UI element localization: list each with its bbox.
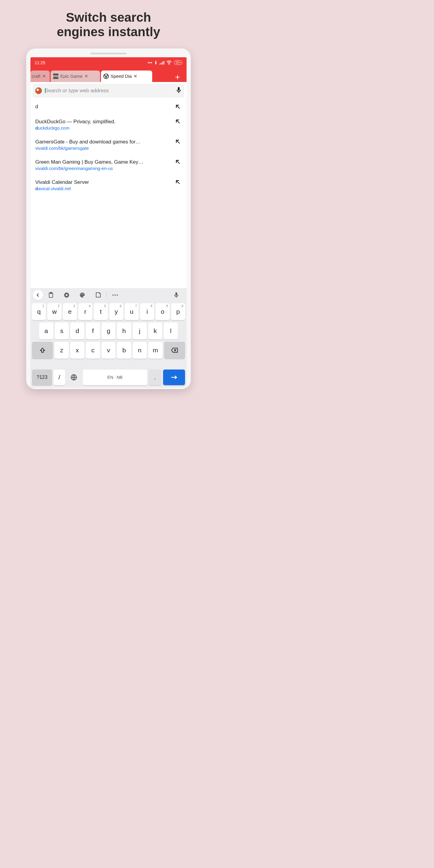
suggestion-title: Green Man Gaming | Buy Games, Game Key… (35, 159, 174, 165)
key-i[interactable]: i8 (140, 303, 154, 320)
svg-point-17 (117, 294, 118, 296)
insert-arrow-icon[interactable] (174, 104, 182, 110)
key-z[interactable]: z (55, 342, 69, 359)
enter-key[interactable] (163, 370, 185, 385)
suggestion-item[interactable]: GamersGate - Buy and download games for…… (30, 135, 187, 155)
keyboard-row-3: z x c v b n m (32, 342, 185, 359)
key-n[interactable]: n (133, 342, 147, 359)
status-time: 11:25 (35, 60, 45, 65)
key-t[interactable]: t5 (94, 303, 107, 320)
on-screen-keyboard: q1 w2 e3 r4 t5 y6 u7 i8 o9 p0 a s d f g (30, 288, 187, 388)
suggestion-list: d DuckDuckGo — Privacy, simplified. duck… (30, 98, 187, 288)
headline-line1: Switch search (0, 10, 217, 25)
suggestion-url: duckduckgo.com (35, 125, 174, 130)
key-j[interactable]: j (133, 322, 147, 339)
svg-point-14 (83, 293, 84, 294)
key-y[interactable]: y6 (110, 303, 123, 320)
keyboard-toolbar (30, 288, 187, 302)
tab-label: Epic Game (60, 73, 83, 79)
suggestion-item[interactable]: Vivaldi Calendar Server davical.vivaldi.… (30, 175, 187, 195)
insert-arrow-icon[interactable] (174, 139, 182, 144)
wifi-icon (166, 61, 172, 64)
svg-point-5 (169, 64, 169, 64)
suggestion-query[interactable]: d (30, 99, 187, 115)
cellular-icon (159, 61, 164, 64)
more-icon[interactable] (107, 294, 123, 296)
vivaldi-icon (103, 73, 109, 79)
key-r[interactable]: r4 (79, 303, 92, 320)
close-icon[interactable]: ✕ (84, 73, 88, 79)
tab-strip: craft ✕ EPIC Epic Game ✕ Speed Dia ✕ + (30, 68, 187, 82)
key-c[interactable]: c (86, 342, 100, 359)
svg-point-15 (113, 294, 114, 296)
globe-key[interactable] (67, 370, 82, 385)
suggestion-item[interactable]: Green Man Gaming | Buy Games, Game Key… … (30, 155, 187, 175)
key-u[interactable]: u7 (125, 303, 138, 320)
suggestion-item[interactable]: DuckDuckGo — Privacy, simplified. duckdu… (30, 115, 187, 135)
key-b[interactable]: b (117, 342, 131, 359)
browser-tab-0[interactable]: craft ✕ (30, 70, 50, 82)
key-a[interactable]: a (39, 322, 53, 339)
close-icon[interactable]: ✕ (133, 73, 137, 79)
phone-frame: 11:25 ••• 18 craft ✕ EPIC Epic Game ✕ (26, 49, 191, 389)
text-cursor (45, 88, 45, 93)
key-l[interactable]: l (164, 322, 178, 339)
bluetooth-icon (154, 61, 157, 65)
key-s[interactable]: s (55, 322, 69, 339)
browser-tab-2-active[interactable]: Speed Dia ✕ (101, 70, 152, 82)
svg-point-16 (115, 294, 116, 296)
insert-arrow-icon[interactable] (174, 159, 182, 164)
shift-key[interactable] (32, 342, 53, 359)
key-w[interactable]: w2 (47, 303, 61, 320)
palette-icon[interactable] (74, 292, 90, 298)
key-h[interactable]: h (117, 322, 131, 339)
phone-screen: 11:25 ••• 18 craft ✕ EPIC Epic Game ✕ (30, 57, 187, 388)
key-v[interactable]: v (101, 342, 116, 359)
clipboard-icon[interactable] (43, 292, 59, 298)
slash-key[interactable]: / (54, 370, 65, 385)
insert-arrow-icon[interactable] (174, 179, 182, 185)
new-tab-button[interactable]: + (170, 72, 185, 82)
gear-icon[interactable] (59, 292, 74, 298)
close-icon[interactable]: ✕ (42, 73, 46, 79)
period-key[interactable]: . (149, 370, 161, 385)
chevron-left-icon[interactable] (33, 290, 43, 300)
key-q[interactable]: q1 (32, 303, 46, 320)
key-x[interactable]: x (70, 342, 84, 359)
status-icons: ••• 18 (148, 60, 182, 65)
search-engine-icon[interactable] (35, 87, 42, 94)
suggestion-url: vivaldi.com/bk/greenmangaming-en-us (35, 166, 174, 171)
keyboard-row-2: a s d f g h j k l (32, 322, 185, 339)
address-input[interactable]: Search or type web address (45, 88, 173, 94)
headline-line2: engines instantly (0, 25, 217, 39)
space-key[interactable]: EN · NB (83, 370, 147, 385)
symbols-key[interactable]: ?123 (32, 370, 52, 385)
insert-arrow-icon[interactable] (174, 119, 182, 124)
address-placeholder: Search or type web address (45, 88, 109, 93)
key-k[interactable]: k (148, 322, 162, 339)
key-d[interactable]: d (70, 322, 84, 339)
key-g[interactable]: g (101, 322, 116, 339)
key-p[interactable]: p0 (171, 303, 185, 320)
tab-label: craft (32, 73, 40, 79)
browser-tab-1[interactable]: EPIC Epic Game ✕ (51, 70, 100, 82)
svg-rect-18 (176, 292, 177, 296)
epic-icon: EPIC (53, 73, 59, 79)
mic-icon[interactable] (176, 87, 182, 95)
battery-indicator: 18 (174, 60, 182, 65)
address-bar[interactable]: Search or type web address (33, 84, 184, 98)
marketing-headline: Switch search engines instantly (0, 0, 217, 39)
keyboard-row-4: ?123 / EN · NB . (30, 370, 187, 388)
suggestion-text: d (35, 104, 174, 110)
key-f[interactable]: f (86, 322, 100, 339)
key-o[interactable]: o9 (156, 303, 169, 320)
keyboard-mic-icon[interactable] (168, 292, 184, 298)
key-e[interactable]: e3 (63, 303, 77, 320)
sticker-icon[interactable] (90, 292, 106, 298)
key-m[interactable]: m (148, 342, 162, 359)
tab-label: Speed Dia (111, 73, 132, 79)
more-icon: ••• (148, 60, 152, 65)
backspace-key[interactable] (164, 342, 185, 359)
omnibox-row: Search or type web address (30, 82, 187, 98)
svg-rect-4 (164, 61, 164, 64)
